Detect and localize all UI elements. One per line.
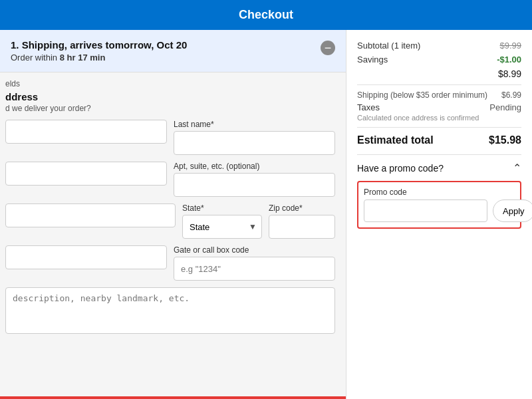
- promo-header-text: Have a promo code?: [357, 163, 444, 174]
- savings-label: Savings: [357, 55, 388, 65]
- chevron-up-icon: ⌃: [513, 162, 521, 174]
- taxes-section: Taxes Pending Calculated once address is…: [357, 102, 521, 122]
- subtotal-value: $9.99: [499, 41, 521, 51]
- collapse-button[interactable]: −: [321, 41, 335, 55]
- taxes-value: Pending: [489, 102, 521, 112]
- promo-header[interactable]: Have a promo code? ⌃: [357, 162, 521, 174]
- estimated-total-row: Estimated total $15.98: [357, 134, 521, 146]
- apt-input[interactable]: [174, 173, 335, 197]
- shipping-cost-row: Shipping (below $35 order minimum) $6.99: [357, 90, 521, 100]
- left-panel: 1. Shipping, arrives tomorrow, Oct 20 Or…: [0, 30, 346, 399]
- estimated-total-label: Estimated total: [357, 134, 434, 146]
- order-summary-panel: Subtotal (1 item) $9.99 Savings -$1.00 $…: [346, 30, 532, 399]
- notes-textarea[interactable]: [5, 287, 335, 334]
- shipping-subtitle: Order within 8 hr 17 min: [11, 53, 187, 63]
- address-input[interactable]: [5, 162, 167, 186]
- divider-2: [357, 127, 521, 128]
- phone-input[interactable]: [5, 245, 167, 269]
- phone-gate-row: Gate or call box code: [5, 245, 335, 281]
- subtotal-after-savings: $8.99: [357, 68, 521, 79]
- fields-label: elds: [5, 79, 335, 88]
- last-name-input[interactable]: [174, 131, 335, 155]
- name-row: Last name*: [5, 120, 335, 155]
- address-group: [5, 162, 167, 197]
- apt-group: Apt, suite, etc. (optional): [174, 162, 335, 197]
- taxes-row: Taxes Pending: [357, 102, 521, 112]
- taxes-label: Taxes: [357, 102, 380, 112]
- subtotal-after-value: $8.99: [498, 68, 521, 79]
- estimated-total-value: $15.98: [489, 134, 521, 146]
- shipping-banner: 1. Shipping, arrives tomorrow, Oct 20 Or…: [0, 30, 346, 72]
- promo-input-row: Apply: [364, 200, 515, 222]
- shipping-title: 1. Shipping, arrives tomorrow, Oct 20: [11, 39, 187, 51]
- page-header: Checkout: [0, 0, 532, 30]
- zip-input[interactable]: [269, 215, 335, 239]
- zip-group: Zip code*: [269, 203, 335, 239]
- address-form: elds ddress d we deliver your order? Las…: [0, 72, 346, 347]
- apt-label: Apt, suite, etc. (optional): [174, 162, 335, 171]
- first-name-group: [5, 120, 167, 155]
- subtotal-row: Subtotal (1 item) $9.99: [357, 41, 521, 51]
- taxes-note: Calculated once address is confirmed: [357, 114, 521, 122]
- city-group: [5, 203, 176, 239]
- notes-group: [5, 287, 335, 334]
- deliver-question: d we deliver your order?: [5, 104, 335, 113]
- bottom-bar: [0, 396, 346, 399]
- state-group: State* State ▼: [182, 203, 262, 239]
- first-name-input[interactable]: [5, 120, 167, 144]
- divider-1: [357, 84, 521, 85]
- state-label: State*: [182, 203, 262, 213]
- last-name-label: Last name*: [174, 120, 335, 129]
- promo-code-input[interactable]: [364, 200, 487, 222]
- address-row: Apt, suite, etc. (optional): [5, 162, 335, 197]
- apply-button[interactable]: Apply: [493, 200, 532, 222]
- state-select[interactable]: State: [182, 215, 262, 239]
- address-title: ddress: [5, 91, 335, 102]
- savings-value: -$1.00: [497, 55, 521, 65]
- notes-row: [5, 287, 335, 334]
- phone-group: [5, 245, 167, 281]
- promo-section: Have a promo code? ⌃ Promo code Apply: [357, 154, 521, 229]
- gate-input[interactable]: [174, 257, 335, 281]
- shipping-cost-value: $6.99: [501, 90, 521, 100]
- zip-label: Zip code*: [269, 203, 335, 213]
- city-input[interactable]: [5, 203, 176, 227]
- page-title: Checkout: [239, 8, 293, 21]
- promo-input-area: Promo code Apply: [357, 181, 521, 229]
- last-name-group: Last name*: [174, 120, 335, 155]
- gate-group: Gate or call box code: [174, 245, 335, 281]
- subtotal-label: Subtotal (1 item): [357, 41, 420, 51]
- promo-label: Promo code: [364, 188, 515, 197]
- savings-row: Savings -$1.00: [357, 55, 521, 65]
- city-state-zip-row: State* State ▼ Zip code*: [5, 203, 335, 239]
- gate-label: Gate or call box code: [174, 245, 335, 255]
- shipping-cost-label: Shipping (below $35 order minimum): [357, 90, 487, 100]
